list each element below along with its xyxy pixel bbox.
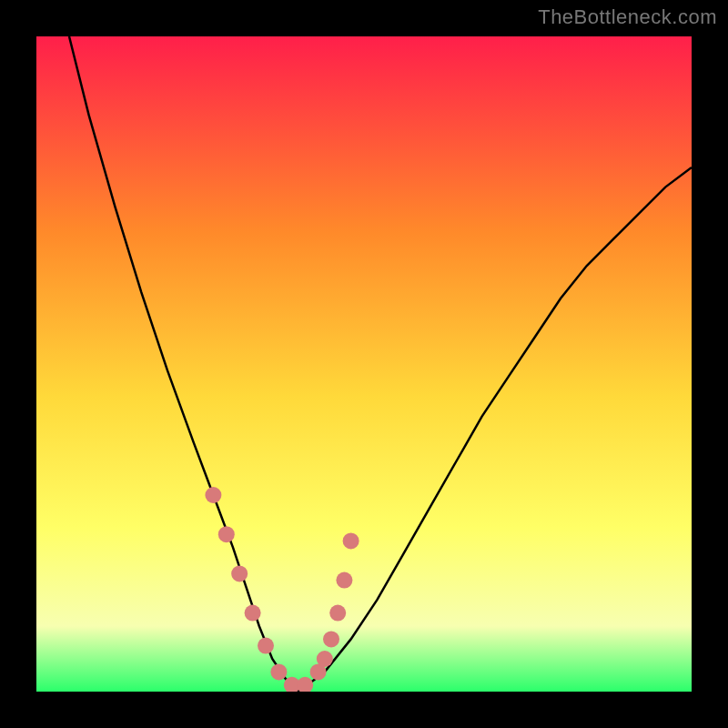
- marker-dot: [231, 565, 248, 581]
- watermark-text: TheBottleneck.com: [538, 5, 717, 29]
- marker-dot: [323, 631, 339, 647]
- chart-svg: [36, 36, 692, 692]
- marker-dot: [245, 605, 261, 622]
- marker-dot: [329, 605, 346, 622]
- marker-dot: [258, 638, 274, 654]
- highlight-dots: [205, 487, 359, 692]
- marker-dot: [317, 651, 333, 667]
- marker-dot: [205, 487, 221, 503]
- marker-dot: [218, 526, 235, 542]
- marker-dot: [297, 677, 313, 692]
- marker-dot: [336, 572, 352, 589]
- bottleneck-curve: [69, 36, 692, 692]
- plot-area: [36, 36, 692, 692]
- marker-dot: [270, 663, 287, 680]
- marker-dot: [343, 532, 359, 549]
